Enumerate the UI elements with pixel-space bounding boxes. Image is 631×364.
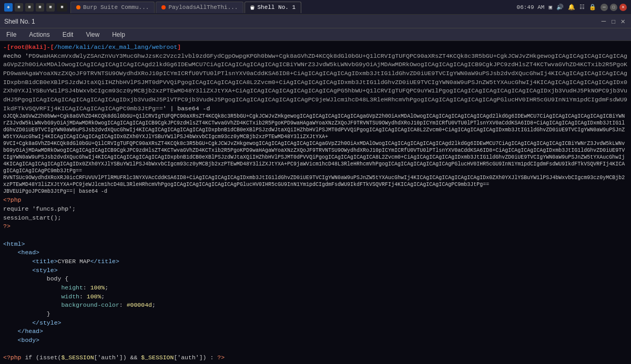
window-controls: — ☐ ✕ [600, 17, 627, 26]
taskbar-icon-4[interactable]: ■ [36, 3, 44, 12]
tab-dot-shell: ■ [250, 5, 255, 9]
taskbar-right: 06:49 AM ▣ 🔊 🔔 ☷ 🔒 — ☐ ✕ [517, 4, 627, 11]
taskbar-left: ◆ ■ ■ ■ ■ ■ Burp Suite Commu... Payloads… [4, 2, 301, 13]
code-line-blank1 [3, 231, 628, 240]
taskbar-grid-icon: ☷ [579, 4, 585, 11]
wc-close[interactable]: ✕ [619, 17, 627, 26]
code-line-blank2 [3, 345, 628, 354]
base64-output-2: 9VCI+Cgk8aGVhZD4KCQk8dGl0bGU+Q1lCRVIgTUF… [3, 140, 628, 174]
menu-bar: File Actions Edit View Help [0, 28, 631, 41]
code-line-head-open: <head> [3, 248, 628, 257]
taskbar-monitor-icon: ▣ [548, 4, 552, 11]
code-line-style-open: <style> [3, 266, 628, 275]
tab-burpsuite[interactable]: Burp Suite Commu... [70, 2, 155, 13]
prompt-bracket: ] [177, 43, 181, 52]
code-line-height: height: 100%; [3, 284, 628, 293]
code-line-html: <html> [3, 240, 628, 249]
tab-label-burpsuite: Burp Suite Commu... [83, 4, 149, 11]
minimize-button[interactable]: — [601, 4, 608, 11]
menu-help[interactable]: Help [110, 30, 127, 39]
base64-output-1: oJCQkJaGVwZ2h0bWw+Cgk8aGVhZD4KCQk8dGl0bG… [3, 113, 628, 140]
taskbar-bell-icon: 🔔 [568, 4, 575, 11]
code-line-1: require 'funcs.php'; [3, 205, 628, 214]
maximize-button[interactable]: ☐ [610, 4, 617, 11]
app-window: Shell No. 1 — ☐ ✕ File Actions Edit View… [0, 15, 631, 364]
code-line-body-close: } [3, 310, 628, 319]
code-line-3: ?> [3, 222, 628, 231]
prompt-line: -[root@kali]-[/home/kali/aci/ex_mal_lang… [3, 43, 628, 52]
close-button[interactable]: ✕ [619, 4, 627, 11]
code-line-phpif: <?php if (isset($_SESSION['auth']) && $_… [3, 353, 628, 362]
base64-output-4: JBVEUiPgoJPC9mb3JtPg==| base64 -d [3, 188, 628, 195]
win-controls: — ☐ ✕ [601, 4, 627, 11]
terminal[interactable]: -[root@kali]-[/home/kali/aci/ex_mal_lang… [0, 41, 631, 364]
code-line-bgcolor: background-color: #00004d; [3, 301, 628, 310]
taskbar-icon-5[interactable]: ■ [46, 3, 55, 12]
code-block: <?php require 'funcs.php'; session_start… [3, 196, 628, 364]
echo-line: #echo 'PD9waHAKcmVxdWlyZSAnZnVuY3MucGhwJ… [3, 52, 628, 113]
menu-file[interactable]: File [4, 30, 18, 39]
menu-view[interactable]: View [84, 30, 101, 39]
taskbar-icon-6[interactable]: ■ [57, 3, 67, 12]
tab-dot-burpsuite [76, 5, 80, 9]
menu-edit[interactable]: Edit [60, 30, 76, 39]
code-line-width: width: 100%; [3, 293, 628, 301]
taskbar-icons: ◆ ■ ■ ■ ■ ■ [4, 3, 67, 12]
code-line-body-sel: body { [3, 275, 628, 284]
taskbar-icon-2[interactable]: ■ [15, 3, 23, 12]
prompt-path: /home/kali/aci/ex_mal_lang/webroot [54, 43, 178, 52]
tab-dot-payloads [161, 5, 166, 9]
taskbar-speaker-icon: 🔊 [556, 4, 564, 11]
taskbar-icon-1[interactable]: ◆ [4, 3, 13, 12]
prompt-user: -[root@kali [3, 43, 43, 52]
code-line-2: session_start(); [3, 214, 628, 223]
window-title: Shell No. 1 [4, 18, 35, 25]
wc-min[interactable]: — [600, 17, 607, 26]
tab-shell[interactable]: ■ Shell No. 1 [245, 2, 301, 13]
code-line-body-open: <body> [3, 336, 628, 345]
code-line-head-close: </head> [3, 327, 628, 336]
taskbar-lock-icon: 🔒 [589, 4, 596, 11]
wc-max[interactable]: ☐ [609, 17, 617, 26]
tabs-bar: Burp Suite Commu... PayloadsAllTheThi...… [70, 2, 301, 13]
prompt-sep: ]-[ [43, 43, 54, 52]
base64-output-3: RVNTSUc9OWydhdXRoXRJ0icCRFUVUVlPTlRMUFRl… [3, 174, 628, 188]
window-title-bar: Shell No. 1 — ☐ ✕ [0, 15, 631, 28]
code-line-title: <title>CYBER MAP</title> [3, 257, 628, 266]
taskbar-icon-3[interactable]: ■ [25, 3, 34, 12]
code-line-style-close: </style> [3, 319, 628, 328]
taskbar: ◆ ■ ■ ■ ■ ■ Burp Suite Commu... Payloads… [0, 0, 631, 15]
tab-label-shell: Shell No. 1 [257, 4, 296, 11]
tab-label-payloads: PayloadsAllTheThi... [168, 4, 238, 11]
code-line-0: <?php [3, 196, 628, 205]
taskbar-time: 06:49 AM [517, 4, 545, 11]
tab-payloads[interactable]: PayloadsAllTheThi... [156, 2, 243, 13]
menu-actions[interactable]: Actions [27, 30, 52, 39]
